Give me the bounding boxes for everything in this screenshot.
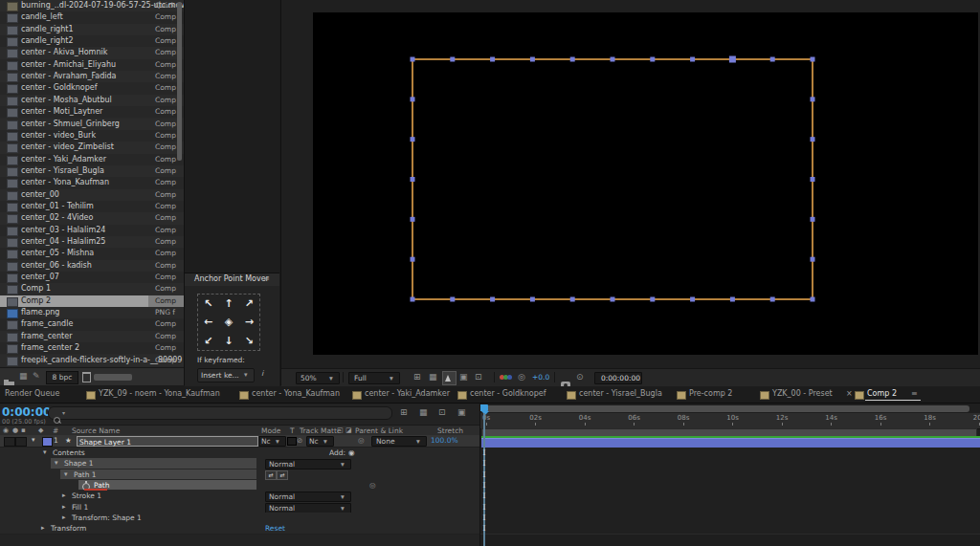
vertex-handle[interactable] <box>690 57 695 62</box>
exposure-value[interactable]: +0.0 <box>532 373 549 382</box>
shape-path-outline[interactable] <box>412 59 813 299</box>
guides-icon[interactable]: ⊡ <box>475 372 482 382</box>
composition-flowchart-icon[interactable]: ⊞ <box>400 407 408 417</box>
project-item[interactable]: center - Shmuel_GrinbergComp <box>0 119 184 130</box>
layer-expand-chevron[interactable]: ▾ <box>32 436 35 444</box>
vertex-handle[interactable] <box>811 257 815 262</box>
project-item[interactable]: center - Yisrael_BuglaComp <box>0 165 184 177</box>
label-color-swatch[interactable] <box>42 437 53 447</box>
layer-row[interactable]: ▾ 1 ★ Shape Layer 1 Nc ▾ ⊘ Nc ▾ ◎ <box>0 435 480 448</box>
region-of-interest-icon[interactable]: ▣ <box>459 372 468 382</box>
vertex-handle[interactable] <box>570 57 575 62</box>
vertex-handle[interactable] <box>811 57 815 62</box>
vertex-handle[interactable] <box>770 57 775 62</box>
vertex-handle[interactable] <box>690 297 695 302</box>
vertex-handle[interactable] <box>530 297 535 302</box>
chevron-right-icon[interactable]: ▸ <box>41 524 45 532</box>
resolution-dropdown[interactable]: Full ▾ <box>348 372 400 384</box>
magnification-dropdown[interactable]: 50% ▾ <box>296 372 340 384</box>
project-item[interactable]: center_07Comp <box>0 272 184 283</box>
chevron-right-icon[interactable]: ▸ <box>62 491 66 499</box>
keyframe-preset-dropdown[interactable]: Insert ke... ▾ <box>197 368 255 382</box>
anchor-arrow-button[interactable]: ↓ <box>224 335 233 347</box>
add-shape-icon[interactable]: ◉ <box>348 448 355 457</box>
chevron-down-icon[interactable]: ▾ <box>55 459 58 467</box>
vertex-handle[interactable] <box>411 137 415 142</box>
chevron-down-icon[interactable]: ▾ <box>64 470 68 478</box>
chevron-right-icon[interactable]: ▸ <box>62 513 66 521</box>
stretch-value[interactable]: 100.0% <box>431 436 458 445</box>
project-item[interactable]: burning_..dl-2024-07-19-06-57-25-utc.mov… <box>0 0 184 11</box>
close-tab-icon[interactable]: × <box>846 389 853 398</box>
vertex-handle[interactable] <box>811 177 815 182</box>
vertex-handle[interactable] <box>611 297 615 302</box>
stretch-header[interactable]: Stretch <box>437 426 463 435</box>
project-item[interactable]: center_06 - kadishComp <box>0 260 184 272</box>
composition-stage[interactable] <box>313 12 978 355</box>
playhead-grabber[interactable] <box>480 404 488 411</box>
vertex-handle[interactable] <box>730 297 735 302</box>
project-item[interactable]: frame_candleComp <box>0 318 184 330</box>
pickwhip-icon[interactable]: ◎ <box>369 481 376 490</box>
mask-visibility-button[interactable] <box>442 371 457 385</box>
t-header[interactable]: T <box>290 426 295 435</box>
project-item[interactable]: center_03 - Halalim24Comp <box>0 225 184 236</box>
project-item[interactable]: Comp 1Comp <box>0 283 184 295</box>
mode-header[interactable]: Mode <box>261 426 280 435</box>
trash-icon[interactable] <box>82 372 91 382</box>
folder-icon[interactable] <box>4 382 14 385</box>
source-name-header[interactable]: Source Name <box>72 426 120 435</box>
project-item[interactable]: center - Yaki_AdamkerComp <box>0 154 184 165</box>
vertex-handle[interactable] <box>570 297 575 302</box>
project-item[interactable]: center_00Comp <box>0 189 184 201</box>
project-item[interactable]: center - Yona_KaufmanComp <box>0 177 184 188</box>
vertex-handle[interactable] <box>411 177 415 182</box>
panel-menu-icon[interactable]: ≡ <box>263 274 270 283</box>
project-item[interactable]: flame.pngPNG f <box>0 307 184 318</box>
property-row[interactable]: ▸TransformReset <box>0 523 480 535</box>
vertex-handle[interactable] <box>411 217 415 222</box>
vertex-handle[interactable] <box>411 297 415 302</box>
vertex-handle[interactable] <box>450 297 455 302</box>
footage-icon[interactable]: ▦ <box>19 371 28 381</box>
choose-grid-icon[interactable]: ⊞ <box>413 372 421 382</box>
project-item[interactable]: center - Mosha_AbutbulComp <box>0 95 184 106</box>
anchor-arrow-button[interactable]: → <box>245 316 254 328</box>
selected-vertex-handle[interactable] <box>729 56 736 63</box>
project-hscrollbar[interactable] <box>94 374 132 381</box>
parent-link-header[interactable]: Parent & Link <box>355 426 403 435</box>
project-item[interactable]: center_01 - TehilimComp <box>0 201 184 212</box>
vertex-handle[interactable] <box>650 297 655 302</box>
project-item[interactable]: center - video_ZimbelistComp <box>0 142 184 153</box>
time-navigator-bar[interactable] <box>483 405 969 412</box>
project-item[interactable]: center - Avraham_FadidaComp <box>0 71 184 82</box>
search-input[interactable]: ▾ <box>48 406 392 420</box>
vertex-handle[interactable] <box>650 57 655 62</box>
vertex-handle[interactable] <box>811 217 815 222</box>
project-item[interactable]: center_05 - MishnaComp <box>0 248 184 259</box>
mode-dropdown[interactable]: Normal▾ <box>265 459 351 470</box>
viewer-timecode[interactable]: 0:00:00:00 <box>594 372 642 384</box>
vertex-handle[interactable] <box>411 257 415 262</box>
project-item[interactable]: center - GoldknopefComp <box>0 82 184 94</box>
layer-name-field[interactable]: Shape Layer 1 <box>77 436 258 447</box>
track-matte-dropdown[interactable]: Nc ▾ <box>306 436 334 447</box>
vertex-handle[interactable] <box>811 297 815 302</box>
vertex-handle[interactable] <box>411 97 415 101</box>
time-ruler[interactable]: 0s02s04s06s08s10s12s14s16s18s20s <box>480 413 980 429</box>
preserve-transparency-toggle[interactable] <box>287 437 297 446</box>
anchor-arrow-button[interactable]: ↙ <box>204 335 212 347</box>
vertex-handle[interactable] <box>490 297 495 302</box>
panel-menu-icon[interactable]: ≡ <box>911 389 918 398</box>
anchor-arrow-button[interactable]: ← <box>204 316 212 328</box>
project-item[interactable]: freepik_candle-flickers-softly-in-a-__80… <box>0 355 184 366</box>
parent-dropdown[interactable]: None ▾ <box>371 436 427 447</box>
chevron-down-icon[interactable]: ▾ <box>43 448 47 456</box>
wand-icon[interactable]: ✎ <box>33 371 40 381</box>
vertex-handle[interactable] <box>811 97 815 101</box>
anchor-arrow-button[interactable]: ↑ <box>224 297 233 310</box>
project-item[interactable]: frame_centerComp <box>0 331 184 342</box>
chevron-right-icon[interactable]: ▸ <box>62 503 66 511</box>
shape-path-rectangle[interactable] <box>313 12 978 355</box>
project-item[interactable]: center - Akiva_HomnikComp <box>0 47 184 58</box>
